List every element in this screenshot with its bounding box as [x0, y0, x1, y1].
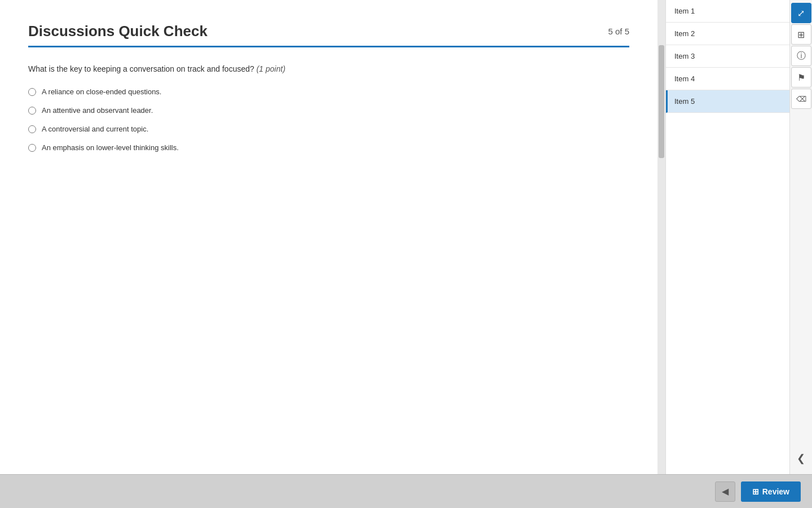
sidebar-item-1[interactable]: Item 1 — [666, 0, 789, 23]
question-panel: Discussions Quick Check 5 of 5 What is t… — [0, 0, 657, 474]
info-icon-btn[interactable]: ⓘ — [791, 46, 811, 66]
option-label-2[interactable]: An attentive and observant leader. — [42, 106, 153, 115]
expand-icon-btn[interactable]: ⤢ — [791, 3, 811, 23]
collapse-btn[interactable]: ❮ — [791, 448, 811, 468]
title-bar: Discussions Quick Check 5 of 5 — [28, 23, 629, 40]
sidebar-item-4[interactable]: Item 4 — [666, 68, 789, 90]
scrollbar-thumb — [659, 45, 664, 158]
answer-option-4[interactable]: An emphasis on lower-level thinking skil… — [28, 143, 629, 152]
grid-icon: ⊞ — [797, 29, 805, 40]
scrollbar[interactable] — [657, 0, 665, 474]
answer-option-2[interactable]: An attentive and observant leader. — [28, 106, 629, 115]
answer-option-3[interactable]: A controversial and current topic. — [28, 125, 629, 133]
answer-options: A reliance on close-ended questions. An … — [28, 87, 629, 152]
sidebar-item-5[interactable]: Item 5 — [666, 90, 789, 113]
sidebar-item-label-5: Item 5 — [674, 97, 781, 106]
flag-icon-btn[interactable]: ⚑ — [791, 67, 811, 87]
radio-opt1[interactable] — [28, 88, 36, 96]
erase-icon: ⌫ — [796, 95, 806, 103]
radio-opt2[interactable] — [28, 107, 36, 115]
option-label-4[interactable]: An emphasis on lower-level thinking skil… — [42, 143, 179, 152]
main-container: Discussions Quick Check 5 of 5 What is t… — [0, 0, 812, 508]
content-area: Discussions Quick Check 5 of 5 What is t… — [0, 0, 812, 474]
bottom-bar: ◀ ⊞ Review — [0, 474, 812, 508]
answer-option-1[interactable]: A reliance on close-ended questions. — [28, 87, 629, 96]
radio-opt4[interactable] — [28, 144, 36, 152]
sidebar-item-label-1: Item 1 — [674, 7, 781, 15]
option-label-3[interactable]: A controversial and current topic. — [42, 125, 148, 133]
icon-sidebar: ⤢ ⊞ ⓘ ⚑ ⌫ ❮ — [789, 0, 812, 474]
sidebar-item-label-2: Item 2 — [674, 29, 781, 38]
quiz-counter: 5 of 5 — [608, 27, 629, 36]
question-text: What is the key to keeping a conversatio… — [28, 64, 629, 73]
quiz-title: Discussions Quick Check — [28, 23, 208, 40]
expand-icon: ⤢ — [797, 8, 805, 19]
flag-icon: ⚑ — [797, 72, 805, 83]
collapse-icon: ❮ — [797, 452, 805, 465]
title-divider — [28, 46, 629, 47]
item-sidebar: Item 1 Item 2 Item 3 Item 4 Item 5 — [665, 0, 789, 474]
review-icon: ⊞ — [752, 487, 759, 496]
radio-opt3[interactable] — [28, 125, 36, 133]
prev-icon: ◀ — [722, 486, 729, 497]
info-icon: ⓘ — [797, 50, 806, 62]
review-label: Review — [762, 487, 789, 496]
sidebar-item-label-3: Item 3 — [674, 52, 781, 60]
erase-icon-btn[interactable]: ⌫ — [791, 89, 811, 109]
review-button[interactable]: ⊞ Review — [741, 481, 801, 502]
grid-icon-btn[interactable]: ⊞ — [791, 24, 811, 45]
sidebar-item-3[interactable]: Item 3 — [666, 45, 789, 68]
sidebar-item-label-4: Item 4 — [674, 75, 781, 83]
option-label-1[interactable]: A reliance on close-ended questions. — [42, 87, 161, 96]
sidebar-items-list: Item 1 Item 2 Item 3 Item 4 Item 5 — [666, 0, 789, 474]
sidebar-item-2[interactable]: Item 2 — [666, 23, 789, 45]
prev-button[interactable]: ◀ — [715, 481, 735, 502]
